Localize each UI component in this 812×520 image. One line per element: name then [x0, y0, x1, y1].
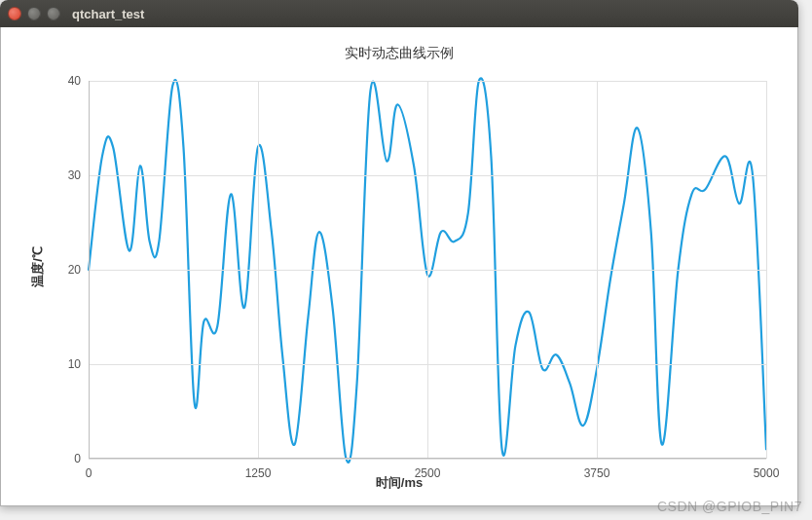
x-axis — [89, 458, 766, 459]
y-tick-label: 40 — [68, 74, 81, 88]
chart-area: 实时动态曲线示例 温度/℃ 时间/ms 01020304001250250037… — [0, 27, 798, 506]
titlebar[interactable]: qtchart_test — [0, 0, 798, 27]
window-title: qtchart_test — [72, 7, 144, 21]
y-tick-label: 0 — [74, 452, 81, 465]
chart-title: 实时动态曲线示例 — [1, 27, 797, 62]
grid-line — [597, 81, 598, 459]
x-tick-label: 3750 — [584, 466, 610, 480]
grid-line — [258, 81, 259, 459]
grid-line — [427, 81, 428, 459]
x-tick-label: 0 — [86, 466, 92, 480]
y-axis — [89, 81, 90, 459]
x-tick-label: 2500 — [415, 466, 441, 480]
y-tick-label: 10 — [68, 357, 81, 371]
watermark: CSDN @GPIOB_PIN7 — [657, 499, 802, 514]
minimize-icon[interactable] — [27, 7, 41, 20]
y-tick-label: 30 — [68, 168, 81, 182]
app-window: qtchart_test 实时动态曲线示例 温度/℃ 时间/ms 0102030… — [0, 0, 798, 506]
x-tick-label: 1250 — [245, 466, 272, 480]
maximize-icon[interactable] — [47, 7, 60, 20]
y-axis-label: 温度/℃ — [29, 246, 47, 287]
x-tick-label: 5000 — [754, 466, 780, 480]
close-icon[interactable] — [8, 7, 21, 20]
chart-plot[interactable]: 01020304001250250037505000 — [89, 81, 766, 459]
grid-line — [89, 459, 766, 460]
y-tick-label: 20 — [68, 263, 81, 277]
grid-line — [766, 81, 767, 459]
